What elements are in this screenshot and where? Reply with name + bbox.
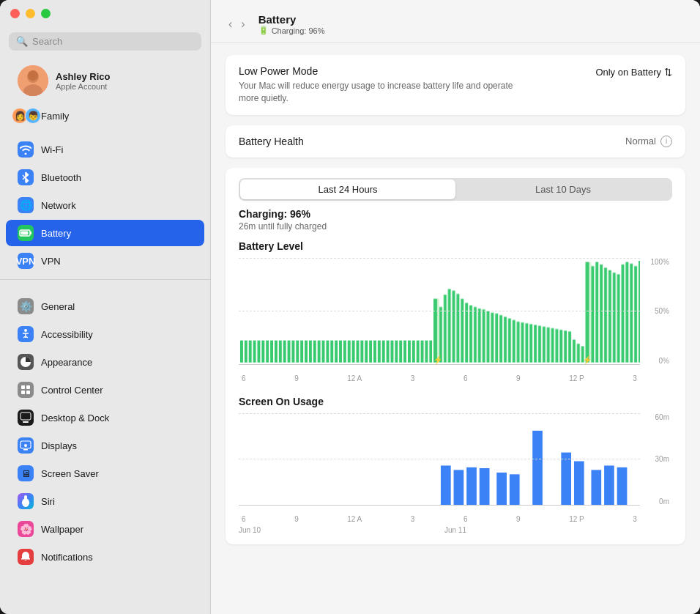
screen-on-usage-section: Screen On Usage 60m 30m 0m xyxy=(239,396,672,534)
main-layout: 🔍 Search Ashley Rico Apple Account xyxy=(0,0,700,614)
notifications-icon xyxy=(18,549,34,565)
vpn-label: VPN xyxy=(41,256,61,267)
bluetooth-icon xyxy=(18,169,34,185)
low-power-chevron: ⇅ xyxy=(664,67,672,78)
battery-health-label: Battery Health xyxy=(239,136,304,147)
appearance-icon xyxy=(18,354,34,370)
user-name: Ashley Rico xyxy=(56,71,110,82)
x-label-12p: 12 P xyxy=(569,374,584,382)
x-label-9a: 9 xyxy=(294,374,299,382)
usage-x-9a: 9 xyxy=(294,515,299,523)
date-empty xyxy=(528,526,672,534)
search-placeholder: Search xyxy=(32,36,62,47)
usage-x-12p: 12 P xyxy=(569,515,584,523)
network-icon: 🌐 xyxy=(18,197,34,213)
forward-button[interactable]: › xyxy=(238,16,247,32)
wallpaper-label: Wallpaper xyxy=(41,524,83,535)
back-button[interactable]: ‹ xyxy=(226,16,235,32)
vpn-icon: VPN xyxy=(18,253,34,269)
nav-arrows: ‹ › xyxy=(226,16,248,32)
accessibility-label: Accessibility xyxy=(41,329,93,340)
screen-on-usage-title: Screen On Usage xyxy=(239,396,672,407)
low-power-mode-card: Low Power Mode Your Mac will reduce ener… xyxy=(226,55,685,115)
sidebar-item-bluetooth[interactable]: Bluetooth xyxy=(6,164,204,191)
svg-rect-10 xyxy=(21,232,29,235)
sidebar-item-siri[interactable]: Siri xyxy=(6,488,204,514)
date-jun10: Jun 10 xyxy=(239,526,383,534)
y-label-100: 100% xyxy=(650,258,669,266)
minimize-button[interactable] xyxy=(26,9,35,18)
svg-point-12 xyxy=(24,329,27,332)
sidebar-item-network[interactable]: 🌐 Network xyxy=(6,192,204,218)
screen-on-usage-chart: 60m 30m 0m xyxy=(239,413,672,523)
search-bar[interactable]: 🔍 Search xyxy=(9,32,201,51)
sidebar-item-vpn[interactable]: VPN VPN xyxy=(6,248,204,274)
charging-subtext: 26m until fully charged xyxy=(239,221,672,232)
svg-rect-11 xyxy=(30,232,31,234)
low-power-value: Only on Battery xyxy=(595,67,661,78)
svg-point-3 xyxy=(28,70,38,81)
wallpaper-icon: 🌸 xyxy=(18,521,34,537)
siri-label: Siri xyxy=(41,496,55,507)
sidebar-item-wifi[interactable]: Wi-Fi xyxy=(6,136,204,163)
x-label-6a: 6 xyxy=(242,374,246,382)
screen-saver-label: Screen Saver xyxy=(41,468,99,479)
sidebar-item-battery[interactable]: Battery xyxy=(6,220,204,246)
bluetooth-label: Bluetooth xyxy=(41,172,81,183)
traffic-lights xyxy=(10,9,51,18)
info-button[interactable]: i xyxy=(660,136,672,147)
usage-y-0: 0m xyxy=(659,498,669,506)
last-10-days-btn[interactable]: Last 10 Days xyxy=(455,180,671,199)
sidebar-item-screen-saver[interactable]: 🖥 Screen Saver xyxy=(6,460,204,487)
sidebar-item-control-center[interactable]: Control Center xyxy=(6,377,204,403)
notifications-label: Notifications xyxy=(41,552,93,563)
battery-icon xyxy=(18,225,34,241)
x-label-3a: 3 xyxy=(411,374,415,382)
sidebar-item-displays[interactable]: Displays xyxy=(6,432,204,459)
battery-y-labels: 100% 50% 0% xyxy=(644,258,672,365)
sidebar: 🔍 Search Ashley Rico Apple Account xyxy=(0,0,211,614)
x-label-9b: 9 xyxy=(516,374,521,382)
family-label: Family xyxy=(41,111,69,122)
content-area: ‹ › Battery 🔋 Charging: 96% xyxy=(211,0,700,614)
usage-x-3a: 3 xyxy=(411,515,415,523)
usage-x-labels: 6 9 12 A 3 6 9 12 P 3 xyxy=(239,515,640,523)
svg-point-22 xyxy=(24,444,27,447)
usage-y-labels: 60m 30m 0m xyxy=(644,413,672,506)
svg-rect-18 xyxy=(21,413,31,420)
main-window: 🔍 Search Ashley Rico Apple Account xyxy=(0,0,700,614)
sidebar-item-appearance[interactable]: Appearance xyxy=(6,349,204,375)
user-subtitle: Apple Account xyxy=(56,82,110,91)
wifi-label: Wi-Fi xyxy=(41,144,63,155)
battery-label: Battery xyxy=(41,228,71,239)
usage-x-12a: 12 A xyxy=(347,515,362,523)
user-profile[interactable]: Ashley Rico Apple Account xyxy=(6,60,204,101)
battery-level-chart: 100% 50% 0% xyxy=(239,258,672,382)
battery-level-title: Battery Level xyxy=(239,240,672,252)
last-24-hours-btn[interactable]: Last 24 Hours xyxy=(240,180,455,199)
sidebar-item-accessibility[interactable]: Accessibility xyxy=(6,321,204,347)
sidebar-item-notifications[interactable]: Notifications xyxy=(6,544,204,570)
sidebar-item-general[interactable]: ⚙️ General xyxy=(6,293,204,319)
battery-health-card: Battery Health Normal i xyxy=(226,125,685,158)
usage-x-6a: 6 xyxy=(242,515,246,523)
low-power-setting[interactable]: Only on Battery ⇅ xyxy=(595,67,672,78)
sidebar-item-desktop-dock[interactable]: Desktop & Dock xyxy=(6,404,204,431)
sidebar-item-wallpaper[interactable]: 🌸 Wallpaper xyxy=(6,516,204,542)
battery-health-status: Normal xyxy=(625,136,656,147)
low-power-desc: Your Mac will reduce energy usage to inc… xyxy=(239,80,517,105)
usage-y-60: 60m xyxy=(655,413,669,421)
siri-icon xyxy=(18,493,34,509)
x-label-6b: 6 xyxy=(463,374,468,382)
usage-x-3b: 3 xyxy=(633,515,637,523)
wifi-icon xyxy=(18,141,34,158)
close-button[interactable] xyxy=(10,9,20,18)
maximize-button[interactable] xyxy=(41,9,51,18)
search-icon: 🔍 xyxy=(16,36,28,47)
sidebar-item-family[interactable]: 👩 👦 Family xyxy=(6,103,204,129)
time-selector: Last 24 Hours Last 10 Days xyxy=(239,178,672,201)
accessibility-icon xyxy=(18,326,34,342)
network-label: Network xyxy=(41,200,76,211)
general-label: General xyxy=(41,301,75,312)
date-labels-row: Jun 10 Jun 11 xyxy=(239,526,672,534)
